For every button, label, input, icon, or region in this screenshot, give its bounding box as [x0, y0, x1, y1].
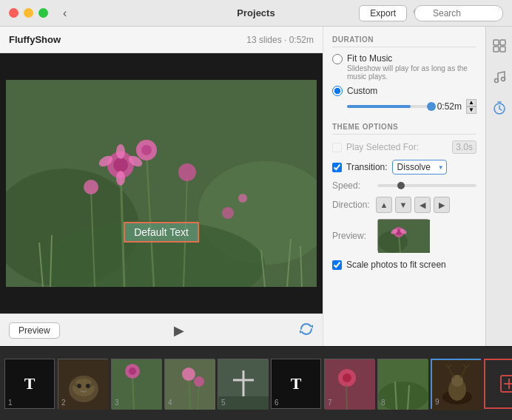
stepper-up[interactable]: ▲	[466, 99, 476, 106]
direction-down-button[interactable]: ▼	[395, 197, 411, 213]
film-slide-9[interactable]: 9	[431, 359, 481, 409]
film-slide-1[interactable]: T 1	[4, 359, 55, 409]
slide-info: 13 slides · 0:52m	[246, 35, 314, 45]
film-num-2: 2	[61, 399, 66, 407]
add-icon	[500, 375, 512, 393]
right-sidebar	[485, 27, 512, 346]
film-slide-7[interactable]: 7	[324, 359, 374, 409]
video-controls: Preview ▶	[0, 314, 323, 346]
svg-point-39	[501, 78, 505, 81]
film-num-1: 1	[8, 399, 13, 407]
svg-point-64	[343, 373, 351, 382]
film-thumb-7-visual	[325, 359, 375, 410]
add-slide-button[interactable]	[484, 359, 512, 409]
duration-slider-thumb	[427, 102, 436, 111]
film-thumb-5-visual	[218, 359, 269, 410]
svg-rect-61	[218, 396, 269, 410]
custom-radio[interactable]	[332, 86, 343, 96]
play-selected-row: Play Selected For: 3.0s	[332, 140, 476, 154]
play-button[interactable]: ▶	[174, 322, 184, 339]
preview-thumb-label: Preview:	[332, 231, 373, 241]
film-num-4: 4	[168, 399, 172, 407]
speed-thumb	[397, 182, 405, 189]
duration-slider-fill	[347, 105, 411, 108]
export-button[interactable]: Export	[359, 5, 407, 21]
stepper-down[interactable]: ▼	[466, 106, 476, 114]
svg-point-13	[84, 180, 98, 194]
svg-point-16	[116, 144, 125, 159]
film-text-label-6: T	[291, 374, 302, 393]
layout-svg-icon	[492, 38, 507, 53]
svg-point-52	[129, 368, 136, 375]
speed-label: Speed:	[332, 180, 373, 191]
svg-point-45	[77, 384, 81, 388]
film-thumb-3-visual	[112, 359, 162, 410]
preview-button[interactable]: Preview	[9, 322, 60, 339]
film-slide-5[interactable]: 5	[218, 359, 268, 409]
direction-up-button[interactable]: ▲	[376, 197, 392, 213]
music-icon[interactable]	[489, 67, 510, 87]
duration-slider-track[interactable]	[347, 105, 431, 108]
video-background: Default Text	[6, 80, 317, 287]
preview-thumb-row: Preview:	[332, 219, 476, 252]
svg-point-12	[178, 163, 196, 181]
preview-thumbnail-visual	[378, 220, 430, 253]
maximize-button[interactable]	[38, 8, 48, 18]
transition-row: Transition: Dissolve Fade Slide ▼	[332, 160, 476, 175]
duration-section-title: DURATION	[332, 35, 476, 47]
direction-right-button[interactable]: ▶	[434, 197, 450, 213]
window-title: Projects	[237, 7, 274, 18]
svg-rect-34	[494, 40, 499, 45]
speed-slider[interactable]	[377, 184, 476, 187]
film-num-8: 8	[381, 399, 385, 407]
scale-checkbox[interactable]	[332, 260, 342, 270]
film-thumb-2-visual	[58, 359, 109, 410]
search-wrapper: 🔍	[407, 5, 503, 21]
fit-to-music-radio[interactable]	[332, 54, 343, 64]
svg-point-17	[116, 171, 125, 186]
transition-select-wrapper: Dissolve Fade Slide ▼	[392, 160, 447, 175]
scale-label: Scale photos to fit screen	[346, 260, 446, 270]
fit-to-music-label: Fit to Music	[347, 53, 476, 64]
theme-options-title: THEME OPTIONS	[332, 123, 476, 135]
minimize-button[interactable]	[24, 8, 33, 18]
refresh-button[interactable]	[299, 322, 314, 339]
svg-point-56	[182, 368, 195, 381]
film-slide-6[interactable]: T 6	[271, 359, 321, 409]
default-text-overlay[interactable]: Default Text	[124, 222, 199, 243]
project-header: FluffyShow 13 slides · 0:52m	[0, 27, 323, 53]
film-slide-8[interactable]: 8	[377, 359, 428, 409]
close-button[interactable]	[9, 8, 18, 18]
custom-label: Custom	[347, 86, 377, 96]
layout-icon[interactable]	[489, 35, 510, 56]
film-slide-3[interactable]: 3	[111, 359, 161, 409]
svg-rect-36	[494, 47, 499, 52]
play-selected-checkbox[interactable]	[332, 143, 342, 152]
svg-rect-35	[500, 40, 505, 45]
svg-point-18	[222, 207, 234, 219]
svg-point-19	[238, 194, 247, 203]
left-panel: FluffyShow 13 slides · 0:52m	[0, 27, 323, 346]
transition-select[interactable]: Dissolve Fade Slide	[392, 160, 447, 175]
film-text-label: T	[24, 374, 36, 393]
transition-checkbox[interactable]	[332, 163, 342, 172]
direction-left-button[interactable]: ◀	[414, 197, 431, 213]
filmstrip: T 1 2	[0, 346, 512, 420]
video-frame: Default Text	[6, 80, 317, 287]
search-input[interactable]	[414, 5, 503, 21]
direction-row: Direction: ▲ ▼ ◀ ▶	[332, 197, 476, 213]
fit-to-music-sublabel: Slideshow will play for as long as the m…	[347, 64, 476, 81]
svg-line-65	[346, 385, 347, 410]
film-thumb-8-visual	[378, 359, 428, 410]
film-thumb-9-visual	[432, 360, 482, 410]
svg-point-46	[86, 384, 90, 388]
film-slide-4[interactable]: 4	[164, 359, 215, 409]
timer-icon[interactable]	[489, 98, 510, 118]
film-slide-2[interactable]: 2	[58, 359, 108, 409]
film-num-6: 6	[274, 399, 279, 407]
svg-point-44	[73, 379, 95, 396]
direction-label: Direction:	[332, 200, 373, 210]
film-num-9: 9	[435, 398, 439, 406]
back-button[interactable]: ‹	[63, 7, 67, 20]
duration-value: 0:52m	[436, 101, 462, 112]
